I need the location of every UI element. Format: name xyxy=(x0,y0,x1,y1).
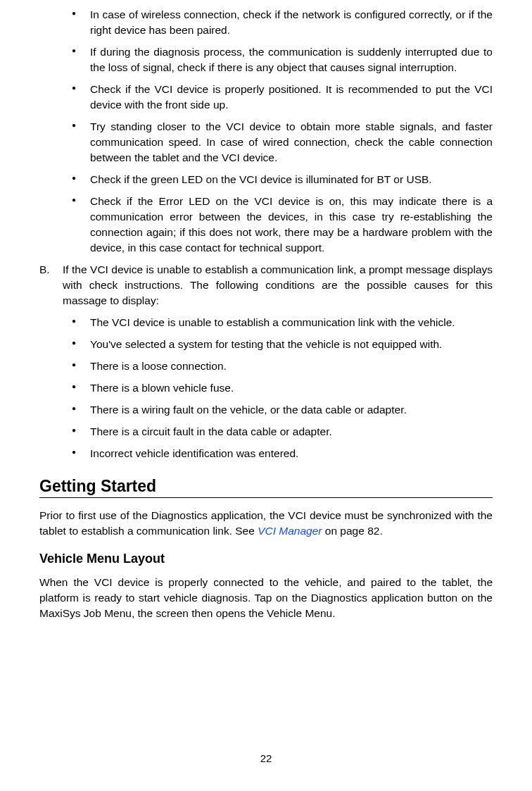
intro-paragraph: Prior to first use of the Diagnostics ap… xyxy=(39,508,493,539)
intro-suffix: on page 82. xyxy=(322,525,383,537)
vci-manager-link[interactable]: VCI Manager xyxy=(258,525,322,537)
list-item: There is a blown vehicle fuse. xyxy=(72,380,493,396)
list-item: You've selected a system for testing tha… xyxy=(72,337,493,352)
list-item: Incorrect vehicle identification was ent… xyxy=(72,446,493,461)
top-bullet-list: In case of wireless connection, check if… xyxy=(39,7,493,256)
list-item: In case of wireless connection, check if… xyxy=(72,7,493,38)
sub-heading: Vehicle Menu Layout xyxy=(39,552,493,566)
list-item: Check if the VCI device is properly posi… xyxy=(72,82,493,113)
lettered-item-b: B. If the VCI device is unable to establ… xyxy=(39,262,493,309)
list-item: Check if the Error LED on the VCI device… xyxy=(72,194,493,256)
list-item: Try standing closer to the VCI device to… xyxy=(72,119,493,166)
list-item: There is a circuit fault in the data cab… xyxy=(72,424,493,440)
sub-bullet-list: The VCI device is unable to establish a … xyxy=(39,315,493,461)
list-item: Check if the green LED on the VCI device… xyxy=(72,172,493,187)
body-paragraph: When the VCI device is properly connecte… xyxy=(39,575,493,621)
list-item: There is a loose connection. xyxy=(72,359,493,374)
lettered-text: If the VCI device is unable to establish… xyxy=(63,263,493,306)
lettered-label: B. xyxy=(39,262,50,278)
page-number: 22 xyxy=(0,752,532,764)
list-item: If during the diagnosis process, the com… xyxy=(72,44,493,75)
list-item: There is a wiring fault on the vehicle, … xyxy=(72,402,493,418)
section-heading: Getting Started xyxy=(39,477,493,498)
list-item: The VCI device is unable to establish a … xyxy=(72,315,493,330)
